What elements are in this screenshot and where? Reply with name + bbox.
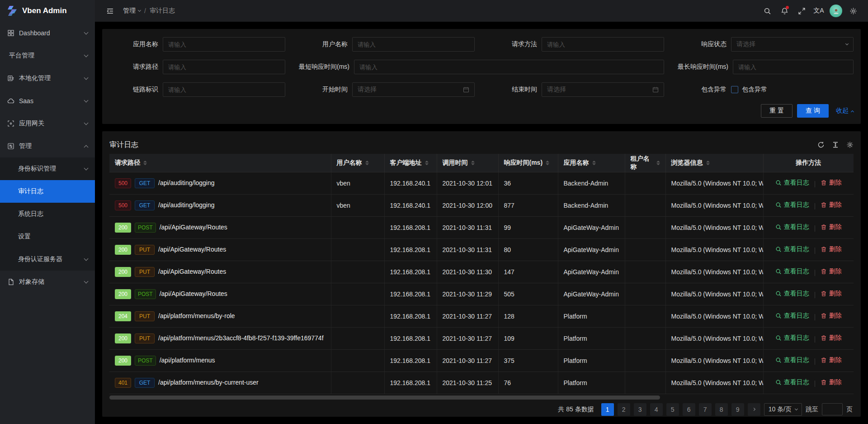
request-method-input[interactable] bbox=[542, 37, 664, 52]
view-log-button[interactable]: 查看日志 bbox=[775, 312, 809, 320]
trace-id-input[interactable] bbox=[163, 82, 285, 97]
sidebar-item-audit-log[interactable]: 审计日志 bbox=[0, 180, 95, 203]
chevron-down-icon bbox=[84, 279, 89, 284]
call-time-cell: 2021-10-30 11:30 bbox=[437, 261, 498, 283]
gear-icon bbox=[849, 7, 857, 15]
sidebar-item-gateway[interactable]: 应用网关 bbox=[0, 112, 95, 135]
trash-icon bbox=[821, 224, 827, 230]
delete-button[interactable]: 删除 bbox=[821, 290, 842, 298]
locale-switch-button[interactable]: 文A bbox=[810, 0, 827, 22]
delete-button[interactable]: 删除 bbox=[821, 223, 842, 231]
view-log-button[interactable]: 查看日志 bbox=[775, 267, 809, 276]
sidebar-collapse-button[interactable] bbox=[101, 0, 118, 22]
sidebar-item-identity-management[interactable]: 身份标识管理 bbox=[0, 157, 95, 180]
min-response-time-input[interactable] bbox=[354, 60, 664, 74]
status-badge: 200 bbox=[115, 223, 131, 233]
page-button-1[interactable]: 1 bbox=[601, 403, 614, 416]
view-log-button[interactable]: 查看日志 bbox=[775, 290, 809, 298]
search-icon bbox=[775, 180, 782, 186]
logo[interactable]: Vben Admin bbox=[0, 0, 95, 22]
column-settings-icon[interactable] bbox=[846, 141, 854, 148]
page-button-3[interactable]: 3 bbox=[634, 403, 646, 416]
settings-button[interactable] bbox=[844, 0, 862, 22]
sort-icon[interactable] bbox=[592, 159, 596, 167]
breadcrumb-section[interactable]: 管理 bbox=[123, 7, 141, 15]
sidebar-item-saas[interactable]: Saas bbox=[0, 90, 95, 112]
sort-icon[interactable] bbox=[546, 159, 549, 167]
delete-button[interactable]: 删除 bbox=[821, 312, 842, 320]
chevron-down-icon bbox=[84, 166, 89, 171]
row-height-icon[interactable] bbox=[832, 141, 839, 148]
sort-icon[interactable] bbox=[706, 159, 710, 167]
page-button-9[interactable]: 9 bbox=[731, 403, 744, 416]
page-size-select[interactable]: 10 条/页 bbox=[764, 403, 802, 416]
next-page-button[interactable] bbox=[748, 403, 760, 416]
sort-icon[interactable] bbox=[656, 159, 660, 167]
include-exception-checkbox[interactable] bbox=[731, 86, 738, 93]
page-button-5[interactable]: 5 bbox=[666, 403, 679, 416]
sort-icon[interactable] bbox=[365, 159, 369, 167]
sort-icon[interactable] bbox=[143, 159, 147, 167]
trash-icon bbox=[821, 291, 827, 297]
view-log-button[interactable]: 查看日志 bbox=[775, 245, 809, 253]
sidebar-item-localization[interactable]: 本地化管理 bbox=[0, 67, 95, 90]
response-status-select[interactable]: 请选择 bbox=[731, 37, 854, 52]
trash-icon bbox=[821, 313, 827, 319]
page-button-6[interactable]: 6 bbox=[683, 403, 695, 416]
sidebar-item-platform-management[interactable]: 平台管理 bbox=[0, 44, 95, 67]
request-path-input[interactable] bbox=[163, 60, 285, 74]
search-icon bbox=[775, 335, 782, 341]
sidebar-item-management[interactable]: 管理 bbox=[0, 135, 95, 157]
sidebar-item-identity-server[interactable]: 身份认证服务器 bbox=[0, 248, 95, 271]
sidebar-item-object-storage[interactable]: 对象存储 bbox=[0, 271, 95, 293]
sidebar-item-system-log[interactable]: 系统日志 bbox=[0, 203, 95, 225]
page-button-4[interactable]: 4 bbox=[650, 403, 663, 416]
fullscreen-button[interactable] bbox=[793, 0, 810, 22]
app-name-input[interactable] bbox=[163, 37, 285, 52]
search-submit-button[interactable]: 查 询 bbox=[797, 104, 829, 118]
table-row: 204PUT/api/platform/menus/by-role 192.16… bbox=[109, 305, 854, 327]
delete-button[interactable]: 删除 bbox=[821, 267, 842, 276]
delete-button[interactable]: 删除 bbox=[821, 245, 842, 253]
view-log-button[interactable]: 查看日志 bbox=[775, 334, 809, 342]
delete-button[interactable]: 删除 bbox=[821, 356, 842, 364]
sidebar-item-dashboard[interactable]: Dashboard bbox=[0, 22, 95, 44]
view-log-button[interactable]: 查看日志 bbox=[775, 356, 809, 364]
page-button-8[interactable]: 8 bbox=[715, 403, 728, 416]
sort-icon[interactable] bbox=[471, 159, 475, 167]
table-toolbar bbox=[817, 141, 854, 148]
search-button[interactable] bbox=[759, 0, 776, 22]
reset-button[interactable]: 重 置 bbox=[761, 104, 793, 118]
view-log-button[interactable]: 查看日志 bbox=[775, 201, 809, 209]
max-response-time-input[interactable] bbox=[733, 60, 854, 74]
delete-button[interactable]: 删除 bbox=[821, 201, 842, 209]
end-time-picker[interactable]: 请选择 bbox=[542, 82, 664, 97]
horizontal-scrollbar-thumb[interactable] bbox=[109, 395, 660, 400]
user-name-input[interactable] bbox=[352, 37, 475, 52]
view-log-button[interactable]: 查看日志 bbox=[775, 179, 809, 187]
delete-button[interactable]: 删除 bbox=[821, 179, 842, 187]
sidebar-item-settings[interactable]: 设置 bbox=[0, 225, 95, 248]
start-time-picker[interactable]: 请选择 bbox=[352, 82, 475, 97]
delete-button[interactable]: 删除 bbox=[821, 378, 842, 386]
user-name-cell bbox=[331, 261, 384, 283]
chevron-right-icon bbox=[752, 408, 755, 411]
page-jump-input[interactable] bbox=[822, 403, 843, 415]
notification-button[interactable] bbox=[776, 0, 793, 22]
request-path: /api/platform/menus/by-role bbox=[158, 312, 235, 319]
page-unit-label: 页 bbox=[846, 405, 853, 414]
horizontal-scrollbar[interactable] bbox=[109, 395, 854, 400]
collapse-form-link[interactable]: 收起 bbox=[836, 107, 854, 115]
page-button-7[interactable]: 7 bbox=[699, 403, 712, 416]
sort-icon[interactable] bbox=[425, 159, 429, 167]
field-app-name: 应用名称 bbox=[109, 37, 285, 52]
view-log-button[interactable]: 查看日志 bbox=[775, 223, 809, 231]
search-icon bbox=[775, 246, 782, 252]
view-log-button[interactable]: 查看日志 bbox=[775, 378, 809, 386]
app-name-cell: ApiGateWay-Admin bbox=[558, 261, 625, 283]
page-button-2[interactable]: 2 bbox=[618, 403, 630, 416]
refresh-icon[interactable] bbox=[817, 141, 825, 148]
delete-button[interactable]: 删除 bbox=[821, 334, 842, 342]
method-badge: PUT bbox=[135, 245, 155, 255]
user-menu[interactable] bbox=[827, 0, 844, 22]
